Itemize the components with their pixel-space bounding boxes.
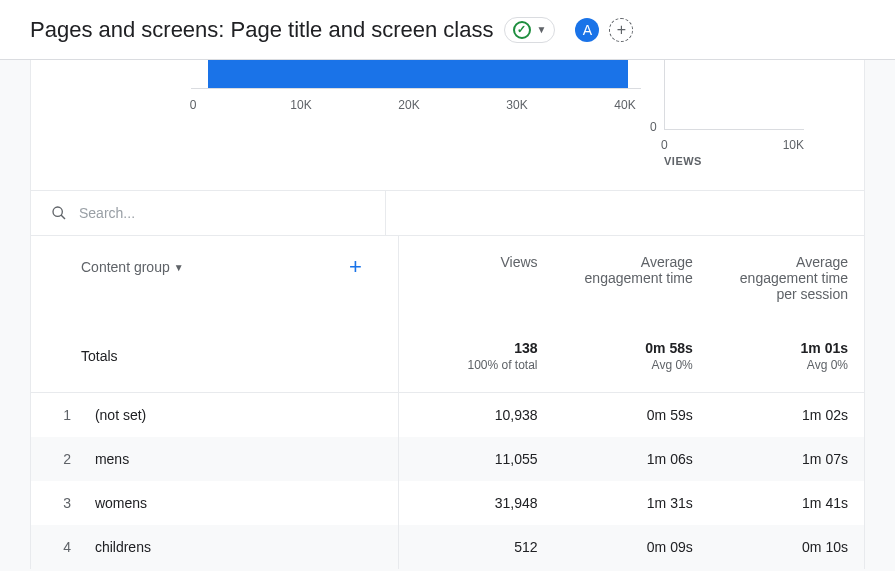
- chevron-down-icon: ▼: [174, 262, 184, 273]
- report-content: 0 10K 20K 30K 40K 0 0 10K VIEWS C: [30, 60, 865, 569]
- metric-cell: 1m 06s: [554, 437, 709, 481]
- dimension-cell: 3 womens: [31, 481, 398, 525]
- dimension-header: Content group ▼ +: [31, 236, 398, 320]
- column-header[interactable]: Average engagement time per session: [709, 236, 864, 320]
- check-icon: ✓: [513, 21, 531, 39]
- bar-segment[interactable]: [208, 60, 628, 88]
- mini-tick: 0: [661, 138, 668, 152]
- row-index: 4: [51, 539, 71, 555]
- totals-cell: 1m 01s Avg 0%: [709, 320, 864, 393]
- total-value: 0m 58s: [570, 340, 693, 356]
- metric-cell: 11,055: [398, 437, 553, 481]
- header-actions: A +: [575, 18, 633, 42]
- metric-cell: 0m 10s: [709, 525, 864, 569]
- dimension-selector[interactable]: Content group ▼: [81, 259, 184, 275]
- metric-cell: 512: [398, 525, 553, 569]
- axis-tick: 20K: [398, 98, 419, 112]
- metric-cell: 1m 07s: [709, 437, 864, 481]
- data-table: Content group ▼ + Views Average engageme…: [31, 236, 864, 569]
- table-row[interactable]: 2 mens 11,055 1m 06s 1m 07s: [31, 437, 864, 481]
- metric-cell: 1m 02s: [709, 393, 864, 438]
- chevron-down-icon: ▼: [537, 24, 547, 35]
- svg-line-1: [61, 215, 65, 219]
- mini-y-axis: [664, 60, 665, 130]
- row-index: 2: [51, 451, 71, 467]
- totals-row: Totals 138 100% of total 0m 58s Avg 0% 1…: [31, 320, 864, 393]
- status-dropdown[interactable]: ✓ ▼: [504, 17, 556, 43]
- row-index: 1: [51, 407, 71, 423]
- mini-axis-label: VIEWS: [664, 155, 702, 167]
- column-header[interactable]: Average engagement time: [554, 236, 709, 320]
- table-row[interactable]: 1 (not set) 10,938 0m 59s 1m 02s: [31, 393, 864, 438]
- total-sub: 100% of total: [415, 358, 538, 372]
- axis-tick: 40K: [614, 98, 635, 112]
- dimension-value: womens: [95, 495, 147, 511]
- search-icon: [51, 205, 67, 221]
- dimension-cell: 2 mens: [31, 437, 398, 481]
- axis-tick: 30K: [506, 98, 527, 112]
- dimension-cell: 1 (not set): [31, 393, 398, 438]
- mini-tick: 10K: [783, 138, 804, 152]
- dimension-value: (not set): [95, 407, 146, 423]
- column-header[interactable]: Views: [398, 236, 553, 320]
- totals-cell: 0m 58s Avg 0%: [554, 320, 709, 393]
- metric-cell: 1m 31s: [554, 481, 709, 525]
- metric-cell: 10,938: [398, 393, 553, 438]
- table-row[interactable]: 4 childrens 512 0m 09s 0m 10s: [31, 525, 864, 569]
- total-sub: Avg 0%: [570, 358, 693, 372]
- add-segment-button[interactable]: +: [609, 18, 633, 42]
- add-dimension-button[interactable]: +: [349, 254, 362, 280]
- svg-point-0: [53, 207, 62, 216]
- totals-label: Totals: [31, 320, 398, 393]
- mini-chart: 0 0 10K VIEWS: [664, 60, 814, 160]
- table-controls: [31, 190, 864, 236]
- dimension-value: childrens: [95, 539, 151, 555]
- controls-spacer: [386, 191, 864, 236]
- metric-cell: 0m 59s: [554, 393, 709, 438]
- page-title: Pages and screens: Page title and screen…: [30, 17, 494, 43]
- dimension-cell: 4 childrens: [31, 525, 398, 569]
- search-box[interactable]: [31, 191, 386, 236]
- metric-cell: 0m 09s: [554, 525, 709, 569]
- dimension-value: mens: [95, 451, 129, 467]
- chart-area: 0 10K 20K 30K 40K 0 0 10K VIEWS: [31, 60, 864, 190]
- dimension-label: Content group: [81, 259, 170, 275]
- metric-cell: 1m 41s: [709, 481, 864, 525]
- total-sub: Avg 0%: [725, 358, 848, 372]
- segment-badge-a[interactable]: A: [575, 18, 599, 42]
- search-input[interactable]: [79, 205, 365, 221]
- page-header: Pages and screens: Page title and screen…: [0, 0, 895, 60]
- mini-tick: 0: [650, 120, 657, 134]
- metric-cell: 31,948: [398, 481, 553, 525]
- total-value: 138: [415, 340, 538, 356]
- bar-x-axis: [191, 88, 641, 89]
- total-value: 1m 01s: [725, 340, 848, 356]
- row-index: 3: [51, 495, 71, 511]
- totals-cell: 138 100% of total: [398, 320, 553, 393]
- table-row[interactable]: 3 womens 31,948 1m 31s 1m 41s: [31, 481, 864, 525]
- axis-tick: 10K: [290, 98, 311, 112]
- axis-tick: 0: [190, 98, 197, 112]
- mini-x-axis: [664, 129, 804, 130]
